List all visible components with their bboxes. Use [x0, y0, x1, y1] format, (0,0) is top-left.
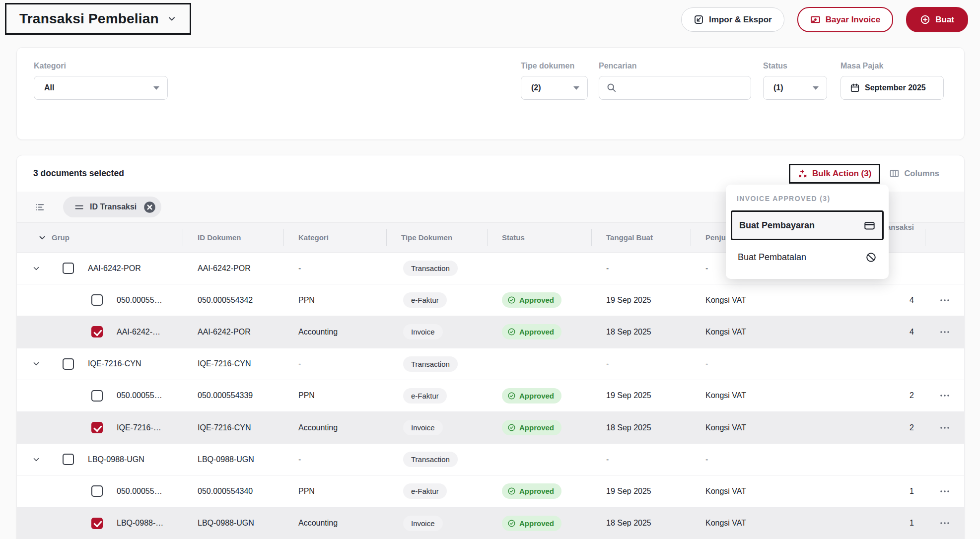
row-actions-button[interactable] — [936, 295, 953, 305]
filter-card: Kategori All Tipe dokumen (2) Pencarian … — [16, 47, 965, 140]
row-expand-icon[interactable] — [32, 359, 44, 368]
masa-pajak-picker[interactable]: September 2025 — [840, 76, 944, 100]
columns-label: Columns — [904, 169, 939, 178]
cell-actions — [925, 423, 964, 433]
row-label: AAI-6242-POR — [88, 264, 141, 273]
cell-grup: 050.00055… — [17, 390, 183, 402]
tipe-dokumen-badge: Invoice — [403, 420, 443, 435]
cell-penjual: Kongsi VAT — [691, 423, 810, 432]
cell-id-dokumen: 050.000554339 — [183, 391, 283, 400]
cell-tanggal-buat: 18 Sep 2025 — [591, 423, 691, 432]
status-select[interactable]: (1) — [763, 76, 827, 100]
tipe-dokumen-badge: Transaction — [403, 261, 458, 276]
cell-kategori: Accounting — [283, 423, 386, 432]
kategori-select[interactable]: All — [34, 76, 168, 100]
cell-grup: 050.00055… — [17, 485, 183, 497]
pay-invoice-button[interactable]: Bayar Invoice — [797, 7, 894, 32]
cell-actions — [925, 518, 964, 528]
cell-kategori: PPN — [283, 296, 386, 305]
masa-pajak-label: Masa Pajak — [840, 62, 883, 70]
cell-tipe-dokumen: Transaction — [386, 356, 487, 372]
cell-transaksi: 2 — [810, 391, 925, 400]
search-icon — [606, 82, 617, 93]
tipe-dokumen-select[interactable]: (2) — [521, 76, 588, 100]
cell-status: Approved — [487, 388, 591, 404]
row-checkbox[interactable] — [91, 422, 103, 433]
menu-item-label: Buat Pembatalan — [738, 252, 806, 263]
row-expand-icon[interactable] — [32, 264, 44, 273]
row-actions-button[interactable] — [936, 486, 953, 496]
table-row: AAI-6242-… AAI-6242-POR Accounting Invoi… — [17, 316, 964, 348]
header-tanggal-buat: Tanggal Buat — [591, 223, 691, 252]
check-circle-icon — [507, 487, 516, 495]
cell-tipe-dokumen: Invoice — [386, 324, 487, 339]
cell-transaksi: 1 — [810, 519, 925, 528]
calendar-icon — [850, 83, 860, 93]
cell-id-dokumen: LBQ-0988-UGN — [183, 519, 283, 528]
row-actions-button[interactable] — [936, 518, 953, 528]
cell-tipe-dokumen: e-Faktur — [386, 292, 487, 308]
cell-transaksi: 4 — [810, 328, 925, 337]
cell-kategori: PPN — [283, 391, 386, 400]
cell-grup: 050.00055… — [17, 294, 183, 306]
row-checkbox[interactable] — [91, 294, 103, 306]
cell-tipe-dokumen: Invoice — [386, 516, 487, 531]
cell-status: Approved — [487, 420, 591, 435]
status-badge: Approved — [502, 420, 561, 435]
plus-circle-icon — [920, 14, 930, 25]
cell-penjual: - — [691, 359, 810, 368]
menu-item-buat-pembatalan[interactable]: Buat Pembatalan — [731, 244, 884, 270]
row-actions-button[interactable] — [936, 327, 953, 337]
filter-chip[interactable]: ID Transaksi — [63, 197, 161, 217]
row-checkbox[interactable] — [63, 454, 74, 465]
chevron-down-icon — [38, 233, 47, 242]
import-export-button[interactable]: Impor & Ekspor — [681, 7, 784, 32]
row-actions-button[interactable] — [936, 391, 953, 401]
cell-grup: AAI-6242-… — [17, 326, 183, 337]
kategori-label: Kategori — [34, 62, 66, 70]
tipe-dokumen-value: (2) — [531, 83, 541, 92]
row-checkbox[interactable] — [63, 263, 74, 274]
credit-card-icon — [864, 220, 875, 231]
row-checkbox[interactable] — [91, 390, 103, 402]
import-export-icon — [694, 14, 704, 25]
page-title-dropdown[interactable]: Transaksi Pembelian — [5, 3, 191, 35]
bulk-action-label: Bulk Action (3) — [812, 169, 871, 179]
row-checkbox[interactable] — [91, 326, 103, 337]
header-actions — [925, 223, 964, 252]
cell-penjual: Kongsi VAT — [691, 328, 810, 337]
row-expand-icon[interactable] — [32, 455, 44, 464]
row-checkbox[interactable] — [91, 485, 103, 497]
create-button[interactable]: Buat — [906, 7, 968, 32]
cell-actions — [925, 391, 964, 401]
menu-item-buat-pembayaran[interactable]: Buat Pembayaran — [731, 210, 884, 240]
kategori-value: All — [44, 83, 54, 92]
row-label: 050.00055… — [117, 487, 162, 496]
header-grup[interactable]: Grup — [17, 223, 183, 252]
cell-id-dokumen: IQE-7216-CYN — [183, 359, 283, 368]
bulk-action-button[interactable]: Bulk Action (3) — [789, 164, 880, 184]
chip-close-icon[interactable] — [143, 201, 156, 214]
row-checkbox[interactable] — [63, 358, 74, 370]
header-kategori: Kategori — [283, 223, 386, 252]
cell-kategori: Accounting — [283, 328, 386, 337]
header-status: Status — [487, 223, 591, 252]
row-label: LBQ-0988-… — [117, 519, 163, 528]
table-row: 050.00055… 050.000554339 PPN e-Faktur Ap… — [17, 380, 964, 412]
cell-kategori: - — [283, 455, 386, 464]
selected-count-text: 3 documents selected — [33, 168, 124, 179]
row-actions-button[interactable] — [936, 423, 953, 433]
cell-tipe-dokumen: Transaction — [386, 452, 487, 467]
filter-conditions-icon[interactable] — [35, 202, 45, 212]
tipe-dokumen-badge: Transaction — [403, 356, 458, 372]
row-checkbox[interactable] — [91, 518, 103, 529]
row-label: LBQ-0988-UGN — [88, 455, 144, 464]
menu-item-label: Buat Pembayaran — [739, 220, 815, 231]
toolbar-right: Bulk Action (3) Columns — [789, 164, 941, 184]
bulk-action-menu: INVOICE APPROVED (3) Buat Pembayaran Bua… — [726, 185, 889, 279]
columns-button[interactable]: Columns — [887, 165, 941, 182]
row-label: IQE-7216-CYN — [88, 359, 141, 368]
table-row: IQE-7216-CYN IQE-7216-CYN - Transaction … — [17, 348, 964, 380]
search-input[interactable] — [621, 83, 744, 93]
cell-penjual: Kongsi VAT — [691, 487, 810, 496]
